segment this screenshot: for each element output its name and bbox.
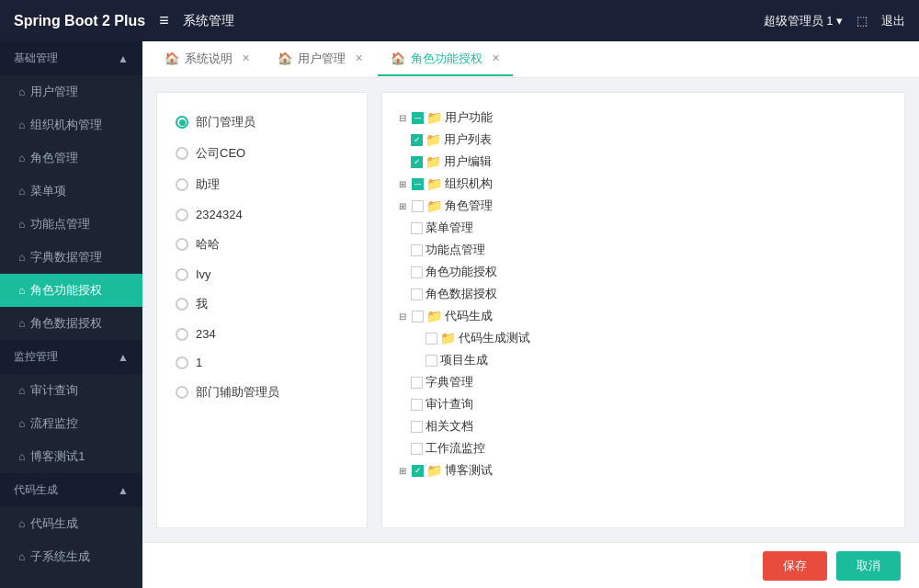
sidebar-item-workflow[interactable]: ⌂ 流程监控	[0, 407, 142, 440]
cb-user-list[interactable]: ✓	[411, 134, 423, 146]
logout-icon: ⬚	[857, 14, 868, 28]
role-label-2324324: 2324324	[196, 208, 243, 221]
radio-1[interactable]	[176, 356, 188, 369]
logo: Spring Boot 2 Plus	[14, 13, 145, 29]
tree-node-role-func[interactable]: 角色功能授权	[396, 261, 891, 283]
cb-docs[interactable]	[411, 421, 423, 433]
sidebar-group-basic: 基础管理 ▲	[0, 41, 142, 75]
tree-node-codegen[interactable]: ⊟ 📁 代码生成	[396, 305, 891, 327]
tree-node-user-list[interactable]: ✓ 📁 用户列表	[396, 129, 891, 151]
sidebar-item-dict[interactable]: ⌂ 字典数据管理	[0, 241, 142, 274]
radio-me[interactable]	[176, 298, 188, 311]
sidebar-item-org-mgmt[interactable]: ⌂ 组织机构管理	[0, 108, 142, 141]
sidebar-group-monitor-label: 监控管理	[14, 349, 58, 365]
sidebar-item-func-mgmt[interactable]: ⌂ 功能点管理	[0, 208, 142, 241]
cb-user-func[interactable]: ─	[412, 112, 424, 124]
tabs-bar: 🏠 系统说明 ✕ 🏠 用户管理 ✕ 🏠 角色功能授权 ✕	[142, 41, 919, 78]
sidebar-item-user-mgmt[interactable]: ⌂ 用户管理	[0, 75, 142, 108]
expand-org[interactable]: ⊞	[396, 177, 409, 190]
tree-node-codegen-test[interactable]: 📁 代码生成测试	[396, 327, 891, 349]
role-label-ceo: 公司CEO	[196, 145, 245, 162]
cb-workflow[interactable]	[411, 443, 423, 455]
radio-dept-admin[interactable]	[176, 116, 188, 129]
home-icon-3: ⌂	[18, 152, 25, 164]
label-dict: 字典管理	[425, 374, 473, 390]
tree-node-workflow[interactable]: 工作流监控	[396, 437, 891, 459]
system-title: 系统管理	[183, 13, 234, 29]
role-item-dept-admin[interactable]: 部门管理员	[166, 107, 357, 138]
cb-dict[interactable]	[411, 377, 423, 389]
expand-codegen[interactable]: ⊟	[396, 310, 409, 322]
radio-ivy[interactable]	[176, 268, 188, 281]
tree-node-role[interactable]: ⊞ 📁 角色管理	[396, 195, 891, 217]
cb-role-func[interactable]	[411, 266, 423, 278]
radio-ceo[interactable]	[176, 147, 188, 160]
role-label-dept-admin: 部门管理员	[196, 114, 255, 130]
save-button[interactable]: 保存	[763, 551, 827, 581]
sidebar-item-role-func-auth[interactable]: ⌂ 角色功能授权	[0, 274, 142, 307]
sidebar-item-blog[interactable]: ⌂ 博客测试1	[0, 440, 142, 473]
label-user-edit: 用户编辑	[444, 153, 492, 170]
sidebar-item-menu[interactable]: ⌂ 菜单项	[0, 175, 142, 208]
cb-user-edit[interactable]: ✓	[411, 156, 423, 168]
radio-234[interactable]	[176, 328, 188, 341]
expand-blog[interactable]: ⊞	[396, 464, 409, 477]
folder-icon-user-edit: 📁	[425, 154, 441, 169]
cb-audit[interactable]	[411, 399, 423, 411]
cb-codegen-test[interactable]	[425, 333, 437, 345]
tree-node-func-mgmt[interactable]: 功能点管理	[396, 239, 891, 261]
tab-user-mgmt[interactable]: 🏠 用户管理 ✕	[265, 43, 376, 76]
role-item-234[interactable]: 234	[166, 320, 357, 348]
label-role-func: 角色功能授权	[425, 264, 497, 280]
tab-system-intro[interactable]: 🏠 系统说明 ✕	[152, 43, 263, 76]
home-icon-10: ⌂	[18, 417, 25, 430]
role-item-1[interactable]: 1	[166, 348, 357, 377]
role-item-assistant[interactable]: 助理	[166, 169, 357, 200]
cb-project-gen[interactable]	[425, 355, 437, 367]
sidebar-item-role-data-auth[interactable]: ⌂ 角色数据授权	[0, 307, 142, 340]
tree-node-org[interactable]: ⊞ ─ 📁 组织机构	[396, 173, 891, 195]
tree-node-role-data[interactable]: 角色数据授权	[396, 283, 891, 305]
role-item-2324324[interactable]: 2324324	[166, 200, 357, 229]
cb-blog[interactable]: ✓	[412, 465, 424, 477]
role-item-me[interactable]: 我	[166, 288, 357, 320]
cb-role-data[interactable]	[411, 288, 423, 300]
header-left: Spring Boot 2 Plus ≡ 系统管理	[14, 11, 234, 30]
sidebar-item-codegen[interactable]: ⌂ 代码生成	[0, 507, 142, 540]
tree-node-project-gen[interactable]: 项目生成	[396, 349, 891, 371]
sidebar-item-audit[interactable]: ⌂ 审计查询	[0, 374, 142, 407]
cb-role[interactable]	[412, 200, 424, 212]
role-item-ivy[interactable]: Ivy	[166, 260, 357, 288]
tab-close-user-mgmt[interactable]: ✕	[355, 52, 363, 64]
cb-codegen[interactable]	[412, 311, 424, 322]
folder-icon-blog: 📁	[426, 463, 442, 478]
tree-node-menu[interactable]: 菜单管理	[396, 217, 891, 239]
tree-node-dict[interactable]: 字典管理	[396, 371, 891, 393]
expand-role[interactable]: ⊞	[396, 199, 409, 212]
sidebar-item-role-mgmt[interactable]: ⌂ 角色管理	[0, 141, 142, 175]
tab-close-role-func-auth[interactable]: ✕	[492, 52, 500, 64]
tree-node-blog[interactable]: ⊞ ✓ 📁 博客测试	[396, 459, 891, 481]
cb-func-mgmt[interactable]	[411, 244, 423, 256]
tab-role-func-auth[interactable]: 🏠 角色功能授权 ✕	[378, 43, 513, 76]
role-item-dept-sub-admin[interactable]: 部门辅助管理员	[166, 377, 357, 408]
user-info[interactable]: 超级管理员 1 ▾	[764, 13, 843, 29]
role-item-ceo[interactable]: 公司CEO	[166, 138, 357, 169]
radio-assistant[interactable]	[176, 178, 188, 191]
tree-node-docs[interactable]: 相关文档	[396, 415, 891, 437]
tree-node-user-edit[interactable]: ✓ 📁 用户编辑	[396, 151, 891, 173]
expand-user-func[interactable]: ⊟	[396, 111, 409, 124]
radio-2324324[interactable]	[176, 209, 188, 221]
cancel-button[interactable]: 取消	[836, 551, 901, 581]
cb-org[interactable]: ─	[412, 178, 424, 190]
radio-dept-sub-admin[interactable]	[176, 386, 188, 399]
sidebar-item-subsys-gen[interactable]: ⌂ 子系统生成	[0, 540, 142, 573]
tree-node-audit[interactable]: 审计查询	[396, 393, 891, 415]
cb-menu[interactable]	[411, 222, 423, 234]
tab-close-system-intro[interactable]: ✕	[242, 52, 250, 64]
menu-icon[interactable]: ≡	[159, 11, 169, 30]
logout-button[interactable]: 退出	[881, 13, 905, 29]
tree-node-user-func[interactable]: ⊟ ─ 📁 用户功能	[396, 107, 891, 129]
role-item-haha[interactable]: 哈哈	[166, 229, 357, 260]
radio-haha[interactable]	[176, 238, 188, 251]
